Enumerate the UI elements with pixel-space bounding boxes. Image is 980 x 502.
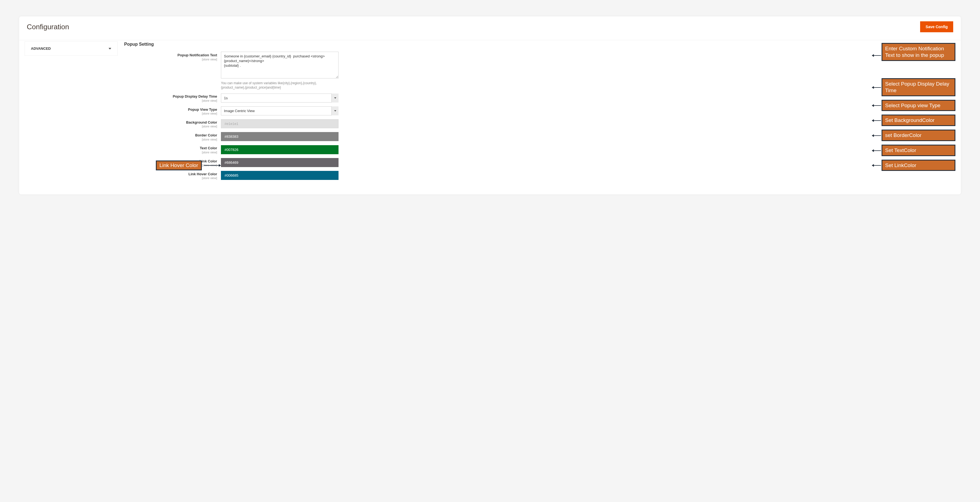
arrow-icon — [872, 150, 881, 151]
config-sidebar: ADVANCED — [25, 40, 118, 183]
link-hover-color-input[interactable]: #006685 — [221, 171, 339, 180]
field-row-view-type: Popup View Type [store view] Image Centr… — [124, 106, 875, 116]
callout-link-color: Set LinkColor — [881, 160, 955, 171]
delay-time-select[interactable]: 1s — [221, 94, 339, 103]
callout-link-hover: Link Hover Color — [156, 160, 202, 170]
link-color-input[interactable]: #686469 — [221, 158, 339, 167]
field-label: Popup Notification Text — [177, 53, 217, 57]
popup-notification-textarea[interactable] — [221, 52, 339, 78]
callout-text-color: Set TextColor — [881, 145, 955, 156]
field-scope: [store view] — [124, 125, 217, 129]
callout-view-type: Select Popup view Type — [881, 100, 955, 111]
annotation-callouts: Enter Custom Notification Text to show i… — [881, 40, 955, 183]
callout-notification: Enter Custom Notification Text to show i… — [881, 43, 955, 61]
field-row-background-color: Background Color [store view] #e1e1e1 — [124, 119, 875, 129]
arrow-icon — [872, 135, 881, 136]
arrow-icon — [204, 165, 220, 166]
callout-link-hover-wrap: Link Hover Color — [156, 160, 220, 170]
arrow-icon — [872, 120, 881, 121]
field-row-border-color: Border Color [store view] #838383 — [124, 132, 875, 141]
field-scope: [store view] — [124, 99, 217, 103]
field-scope: [store view] — [124, 58, 217, 62]
field-row-link-hover-color: Link Hover Color [store view] #006685 — [124, 171, 875, 180]
field-help: You can make use of system variables lik… — [221, 81, 339, 90]
field-label: Link Hover Color — [188, 172, 217, 176]
save-config-button[interactable]: Save Config — [920, 21, 953, 32]
field-label: Border Color — [195, 133, 217, 137]
page-title: Configuration — [27, 23, 69, 31]
field-scope: [store view] — [124, 176, 217, 180]
field-label: Popup Display Delay Time — [173, 94, 217, 98]
text-color-input[interactable]: #007826 — [221, 145, 339, 154]
arrow-icon — [872, 105, 881, 106]
arrow-icon — [872, 55, 881, 56]
section-header[interactable]: Popup Setting — [124, 40, 875, 52]
callout-border: set BorderColor — [881, 130, 955, 141]
arrow-icon — [872, 165, 881, 166]
field-scope: [store view] — [124, 138, 217, 141]
field-label: Background Color — [186, 120, 217, 124]
field-row-link-color: Link Color [store view] #686469 — [124, 158, 875, 167]
view-type-select[interactable]: Image Centric View — [221, 106, 339, 115]
sidebar-item-advanced[interactable]: ADVANCED — [25, 41, 118, 56]
background-color-input[interactable]: #e1e1e1 — [221, 119, 339, 128]
field-row-delay-time: Popup Display Delay Time [store view] 1s — [124, 93, 875, 103]
chevron-down-icon — [108, 48, 111, 49]
field-row-notification-text: Popup Notification Text [store view] You… — [124, 52, 875, 90]
section-title: Popup Setting — [124, 42, 154, 47]
field-label: Text Color — [200, 146, 217, 150]
border-color-input[interactable]: #838383 — [221, 132, 339, 141]
sidebar-item-label: ADVANCED — [31, 46, 51, 51]
topbar: Configuration Save Config — [19, 16, 961, 40]
field-scope: [store view] — [124, 112, 217, 116]
callout-background: Set BackgroundColor — [881, 114, 955, 126]
field-scope: [store view] — [124, 151, 217, 154]
field-label: Popup View Type — [188, 108, 217, 111]
arrow-icon — [872, 87, 881, 88]
callout-delay: Select Popup Display Delay Time — [881, 78, 955, 96]
config-panel: Configuration Save Config ⌃ ADVANCED Pop… — [19, 16, 961, 194]
popup-setting-section: Popup Setting Popup Notification Text [s… — [124, 40, 875, 183]
field-row-text-color: Text Color [store view] #007826 — [124, 145, 875, 154]
